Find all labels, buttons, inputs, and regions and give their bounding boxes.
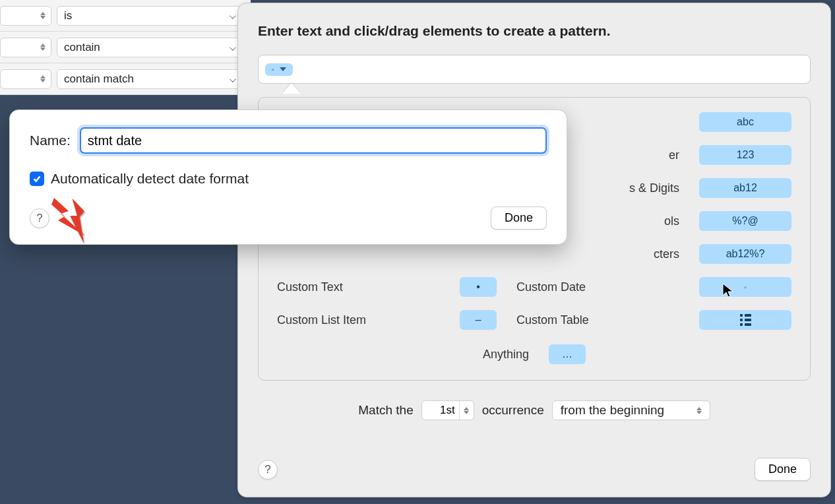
rule-field-select[interactable] [0, 6, 51, 26]
category-pill-all[interactable]: ab12%? [699, 244, 791, 264]
category-pill-123[interactable]: 123 [699, 145, 791, 165]
from-select[interactable]: from the beginning [552, 400, 710, 420]
category-pill-custom-text[interactable]: • [460, 277, 497, 297]
auto-detect-checkbox[interactable] [30, 172, 44, 186]
match-prefix: Match the [358, 403, 413, 418]
category-pill-custom-table[interactable] [699, 310, 791, 330]
chevron-down-icon [280, 67, 286, 71]
rule-list: is contain contain match [0, 0, 251, 95]
category-pill-symbols[interactable]: %?@ [699, 211, 791, 231]
chevron-down-icon [226, 9, 234, 22]
rule-verb-label: contain match [64, 73, 134, 86]
nth-value[interactable] [422, 401, 459, 420]
category-pill-custom-list[interactable]: – [460, 310, 497, 330]
rule-row: contain match [0, 63, 251, 95]
updown-icon [40, 44, 46, 51]
rule-row: is [0, 0, 251, 32]
name-input[interactable] [80, 127, 547, 154]
category-pill-custom-date[interactable]: ▫ [699, 277, 791, 297]
rule-verb-label: contain [64, 41, 100, 54]
pattern-token[interactable]: ▫ [265, 63, 293, 76]
match-occurrence: occurrence [482, 403, 544, 418]
nth-stepper[interactable] [421, 400, 474, 420]
check-icon [32, 174, 42, 183]
rule-verb-select[interactable]: is [57, 6, 241, 26]
from-select-label: from the beginning [561, 403, 664, 418]
name-label: Name: [30, 133, 71, 148]
pattern-panel: Enter text and click/drag elements to cr… [237, 3, 831, 497]
chevron-down-icon [226, 41, 234, 54]
rule-field-select[interactable] [0, 69, 51, 89]
rule-verb-select[interactable]: contain [57, 38, 241, 57]
auto-detect-label: Automatically detect date format [51, 171, 249, 187]
help-button[interactable]: ? [30, 208, 49, 228]
rule-row: contain [0, 32, 251, 63]
category-label-custom-list: Custom List Item [277, 313, 440, 327]
category-pill-ab12[interactable]: ab12 [699, 178, 791, 198]
rule-verb-label: is [64, 9, 72, 22]
token-glyph: ▫ [272, 66, 274, 73]
category-label-partial: cters [516, 247, 679, 261]
custom-date-popover: Name: Automatically detect date format ?… [9, 110, 567, 245]
rule-field-select[interactable] [0, 38, 51, 57]
done-button[interactable]: Done [491, 206, 547, 230]
pattern-input[interactable]: ▫ [258, 55, 811, 84]
updown-icon [40, 75, 46, 82]
category-label-anything: Anything [483, 348, 529, 362]
updown-icon [696, 407, 702, 414]
help-button[interactable]: ? [258, 460, 278, 480]
category-pill-abc[interactable]: abc [699, 112, 791, 132]
table-icon [740, 314, 751, 326]
category-label-custom-date: Custom Date [516, 280, 679, 294]
category-pill-anything[interactable]: … [549, 344, 586, 364]
match-row: Match the occurrence from the beginning [258, 400, 811, 420]
cursor-icon [722, 282, 735, 298]
done-button[interactable]: Done [755, 458, 811, 481]
updown-icon[interactable] [459, 401, 474, 420]
category-label-custom-table: Custom Table [516, 313, 679, 327]
chevron-down-icon [226, 73, 234, 86]
category-label-custom-text: Custom Text [277, 280, 440, 294]
updown-icon [40, 12, 46, 19]
panel-title: Enter text and click/drag elements to cr… [258, 22, 627, 40]
rule-verb-select[interactable]: contain match [57, 69, 241, 89]
